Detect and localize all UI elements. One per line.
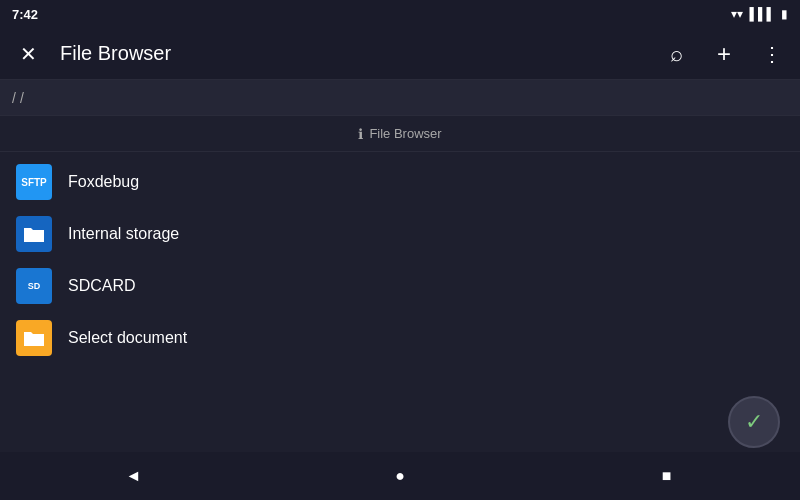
back-button[interactable]: ◄	[109, 452, 157, 500]
app-bar-actions: ⌕ + ⋮	[656, 34, 792, 74]
battery-icon: ▮	[781, 7, 788, 21]
page-title: File Browser	[60, 42, 171, 65]
wifi-icon: ▾▾	[731, 7, 743, 21]
folder-icon	[16, 216, 52, 252]
back-icon: ◄	[125, 467, 141, 485]
info-bar-text: ℹ File Browser	[358, 126, 441, 142]
search-button[interactable]: ⌕	[656, 34, 696, 74]
status-icons: ▾▾ ▌▌▌ ▮	[731, 7, 788, 21]
recents-button[interactable]: ■	[643, 452, 691, 500]
sdcard-icon: SD	[16, 268, 52, 304]
info-bar: ℹ File Browser	[0, 116, 800, 152]
breadcrumb-path: /	[20, 90, 24, 106]
info-bar-label: File Browser	[369, 126, 441, 141]
square-icon: ■	[662, 467, 672, 485]
app-bar-left: ✕ File Browser	[8, 34, 656, 74]
nav-bar: ◄ ● ■	[0, 452, 800, 500]
breadcrumb-bar: / /	[0, 80, 800, 116]
info-icon: ℹ	[358, 126, 363, 142]
home-icon: ●	[395, 467, 405, 485]
file-name: SDCARD	[68, 277, 136, 295]
select-folder-icon	[16, 320, 52, 356]
file-name: Foxdebug	[68, 173, 139, 191]
file-list: SFTP Foxdebug Internal storage SD SDCARD…	[0, 152, 800, 368]
checkmark-icon: ✓	[745, 409, 763, 435]
list-item[interactable]: SFTP Foxdebug	[0, 156, 800, 208]
confirm-fab[interactable]: ✓	[728, 396, 780, 448]
home-button[interactable]: ●	[376, 452, 424, 500]
add-button[interactable]: +	[704, 34, 744, 74]
status-time: 7:42	[12, 7, 38, 22]
list-item[interactable]: SD SDCARD	[0, 260, 800, 312]
file-name: Select document	[68, 329, 187, 347]
file-name: Internal storage	[68, 225, 179, 243]
list-item[interactable]: Select document	[0, 312, 800, 364]
more-options-button[interactable]: ⋮	[752, 34, 792, 74]
app-bar: ✕ File Browser ⌕ + ⋮	[0, 28, 800, 80]
signal-icon: ▌▌▌	[749, 7, 775, 21]
close-button[interactable]: ✕	[8, 34, 48, 74]
sftp-icon: SFTP	[16, 164, 52, 200]
breadcrumb-separator: /	[12, 90, 16, 106]
status-bar: 7:42 ▾▾ ▌▌▌ ▮	[0, 0, 800, 28]
list-item[interactable]: Internal storage	[0, 208, 800, 260]
